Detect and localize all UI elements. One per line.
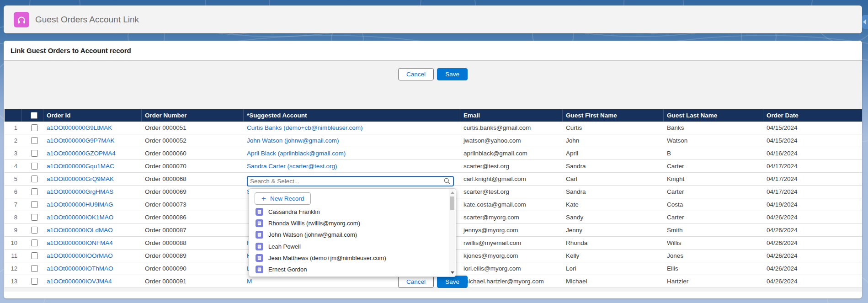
row-checkbox[interactable] [31,137,38,144]
table-row: 4 a1OOt000000Gqu1MAC Order 0000070 Sandr… [5,160,862,173]
row-checkbox[interactable] [31,175,38,182]
col-header-first-name: Guest First Name [563,109,664,122]
new-record-button[interactable]: + New Record [255,192,311,205]
scroll-up-icon[interactable] [451,191,454,194]
select-all-checkbox[interactable] [31,112,37,119]
guest-last-name: Watson [664,137,763,144]
guest-last-name: Carter [664,188,763,195]
order-number: Order 0000069 [142,188,244,195]
guest-email: scarter@test.org [460,163,563,170]
guest-first-name: Carl [563,175,664,182]
order-id-link[interactable]: a1OOt000000IONFMA4 [47,239,113,246]
panel-title: Link Guest Orders to Account record [4,41,862,61]
row-number: 5 [5,175,22,182]
scrollbar-thumb[interactable] [450,197,454,210]
guest-email: scarter@myorg.com [460,214,563,221]
guest-last-name: Ellis [664,265,763,272]
order-id-link[interactable]: a1OOt000000HU9lMAG [47,201,113,208]
lookup-option-label: Leah Powell [268,243,301,250]
dropdown-scrollbar[interactable] [449,189,455,276]
order-date: 04/26/2024 [763,214,862,221]
order-number: Order 0000068 [142,175,244,182]
guest-email: curtis.banks@gmail.com [460,124,563,131]
guest-last-name: Smith [664,227,763,234]
suggested-account-link[interactable]: April Black (aprilnblack@gmail.com) [247,150,346,157]
lookup-option-label: Cassandra Franklin [268,208,320,215]
order-id-link[interactable]: a1OOt000000IOOrMAO [47,252,113,259]
suggested-account-link[interactable]: Sandra Carter (scarter@test.org) [247,163,337,170]
lookup-dropdown: + New Record Cassandra Franklin Rhonda W… [249,188,456,277]
row-number: 11 [5,252,22,259]
cancel-button-top[interactable]: Cancel [398,68,434,80]
guest-email: aprilnblack@gmail.com [460,150,563,157]
suggested-account-link[interactable]: Curtis Banks (demo+cb@nimbleuser.com) [247,124,362,131]
row-number: 10 [5,239,22,246]
row-number: 3 [5,150,22,157]
guest-first-name: Jenny [563,227,664,234]
lookup-option-label: Jean Matthews (demo+jm@nimbleuser.com) [268,255,386,261]
row-number: 9 [5,227,22,234]
lookup-option[interactable]: Rhonda Willis (rwillis@myorg.com) [249,218,447,229]
order-id-link[interactable]: a1OOt000000GrQ9MAK [47,175,114,182]
row-checkbox[interactable] [31,163,38,170]
cancel-button-bottom[interactable]: Cancel [398,276,434,288]
guest-last-name: Willis [664,239,763,246]
guest-email: carl.knight@gmail.com [460,175,563,182]
account-icon [256,208,263,216]
row-checkbox[interactable] [31,124,38,131]
order-date: 04/17/2024 [763,188,862,195]
lookup-option[interactable]: Jean Matthews (demo+jm@nimbleuser.com) [249,252,447,264]
order-id-link[interactable]: a1OOt000000Gqu1MAC [47,163,114,170]
guest-last-name: B [664,150,763,157]
lookup-options: Cassandra Franklin Rhonda Willis (rwilli… [249,206,447,275]
row-checkbox[interactable] [31,214,38,221]
search-input[interactable] [247,176,454,186]
lookup-option[interactable]: Ernest Gordon [249,264,447,275]
table-row: 2 a1OOt000000G9P7MAK Order 0000052 John … [5,134,862,147]
row-checkbox[interactable] [31,150,38,157]
order-date: 04/17/2024 [763,175,862,182]
guest-first-name: Rhonda [563,239,664,246]
account-icon [256,243,263,250]
page: Guest Orders Account Link Link Guest Ord… [0,0,868,303]
order-id-link[interactable]: a1OOt000000G9LtMAK [47,124,112,131]
guest-first-name: Lori [563,265,664,272]
save-button-bottom[interactable]: Save [437,276,468,288]
chevron-left-icon [863,19,866,25]
order-number: Order 0000051 [142,124,244,131]
guest-first-name: Sandra [563,163,664,170]
row-checkbox[interactable] [31,188,38,195]
order-id-link[interactable]: a1OOt000000GrgHMAS [47,188,113,195]
row-checkbox[interactable] [31,252,38,259]
order-id-link[interactable]: a1OOt000000G9P7MAK [47,137,115,144]
guest-last-name: Banks [664,124,763,131]
order-id-link[interactable]: a1OOt000000IOThMAO [47,265,113,272]
row-checkbox[interactable] [31,239,38,246]
account-lookup: + New Record Cassandra Franklin Rhonda W… [247,176,454,186]
order-date: 04/26/2024 [763,239,862,246]
suggested-account-link[interactable]: John Watson (johnw@gmail.com) [247,137,339,144]
guest-email: jennys@myorg.com [460,227,563,234]
row-checkbox[interactable] [31,227,38,234]
order-id-link[interactable]: a1OOt000000GZOPMA4 [47,150,116,157]
magnifier-icon [443,177,451,186]
guest-first-name: Curtis [563,124,664,131]
lookup-option[interactable]: John Watson (johnw@gmail.com) [249,229,447,240]
guest-last-name: Carter [664,163,763,170]
table-row: 3 a1OOt000000GZOPMA4 Order 0000060 April… [5,147,862,160]
app-title: Guest Orders Account Link [35,15,139,25]
lookup-option-label: Rhonda Willis (rwillis@myorg.com) [268,220,360,227]
order-date: 04/26/2024 [763,265,862,272]
account-icon [256,266,263,273]
order-id-link[interactable]: a1OOt000000IOLdMAO [47,227,113,234]
lookup-option[interactable]: Cassandra Franklin [249,206,447,218]
scroll-down-icon[interactable] [451,271,454,274]
lookup-option[interactable]: Leah Powell [249,241,447,252]
save-button-top[interactable]: Save [437,68,468,80]
row-checkbox[interactable] [31,201,38,208]
row-checkbox[interactable] [31,265,38,272]
lookup-option-label: John Watson (johnw@gmail.com) [268,231,357,238]
order-id-link[interactable]: a1OOt000000IOK1MAO [47,214,113,221]
collapse-edge-tab[interactable] [862,15,868,29]
guest-email: kate.costa@gmail.com [460,201,563,208]
